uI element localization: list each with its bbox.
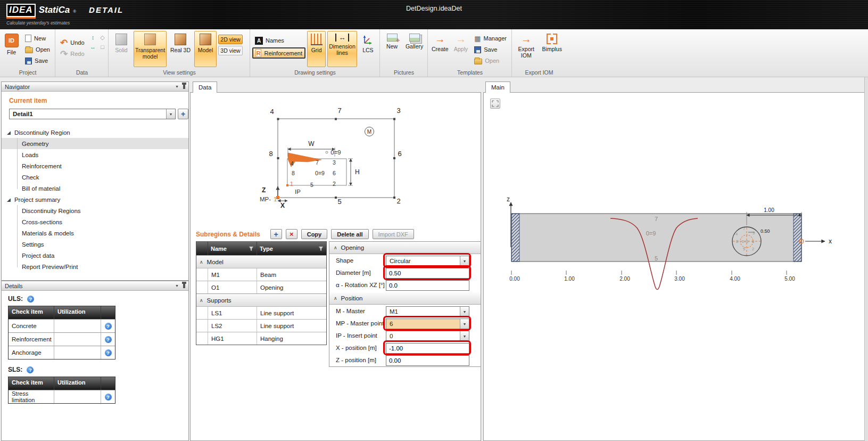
collapse-icon[interactable]: ∧ [334, 245, 337, 250]
transparent-model-button[interactable]: Transparent model [134, 31, 167, 67]
template-open-button[interactable]: Open [472, 55, 509, 66]
tree-item-bill-of-material[interactable]: Bill of material [2, 183, 188, 194]
real-3d-button[interactable]: Real 3D [168, 31, 193, 67]
chevron-down-icon[interactable]: ▼ [460, 331, 469, 341]
node-shape-icon[interactable]: ◇ [98, 33, 107, 42]
tree-item-label: Loads [22, 152, 38, 158]
tree-item-materials-models[interactable]: Materials & models [2, 227, 188, 239]
pin-icon[interactable] [183, 84, 185, 89]
reinforcement-toggle[interactable]: R Reinforcement [252, 47, 305, 59]
table-row-ls1[interactable]: LS1 Line support [196, 306, 326, 319]
help-icon[interactable]: ? [105, 349, 112, 356]
column-type[interactable]: Type [257, 242, 326, 255]
app-logo: IDEA StatiCa ® DETAIL Calculate yesterda… [6, 4, 123, 26]
add-subregion-button[interactable]: + [270, 229, 282, 239]
detail-select[interactable]: Detail1 ▼ [9, 109, 176, 119]
expander-icon[interactable]: ◢ [7, 130, 11, 135]
move-node-horizontal-icon[interactable]: ↔ [89, 43, 97, 51]
column-name[interactable]: Name [208, 242, 257, 255]
table-row-ls2[interactable]: LS2 Line support [196, 319, 326, 332]
tree-item-cross-sections[interactable]: Cross-sections [2, 216, 188, 227]
tree-item-loads[interactable]: Loads [2, 149, 188, 160]
help-icon[interactable]: ? [27, 296, 34, 303]
table-row-o1[interactable]: O1 Opening [196, 281, 326, 293]
x-position-input[interactable] [386, 343, 469, 354]
beam-model-view[interactable]: z 7 0=9 5 7 4 3 8 0=9 6 5 2 0.50 [484, 93, 865, 441]
picture-new-button[interactable]: + New [382, 31, 402, 67]
pin-icon[interactable] [183, 283, 185, 288]
shape-select[interactable]: Circular ▼ [386, 256, 469, 266]
new-button[interactable]: New [22, 33, 53, 44]
grid-toggle[interactable]: Grid [307, 31, 326, 67]
move-node-vertical-icon[interactable]: ↕ [89, 33, 97, 42]
z-position-input[interactable] [386, 355, 469, 366]
panel-collapse-icon[interactable]: ▼ [175, 284, 179, 288]
chevron-down-icon[interactable]: ▼ [460, 307, 469, 316]
template-create-button[interactable]: → Create [430, 31, 450, 67]
table-row-hg1[interactable]: HG1 Hanging [196, 332, 326, 345]
filter-icon[interactable] [318, 246, 324, 251]
template-save-button[interactable]: Save [472, 44, 509, 55]
filter-icon[interactable] [249, 246, 254, 251]
open-button[interactable]: Open [22, 44, 53, 55]
master-select[interactable]: M1 ▼ [386, 306, 469, 317]
bimplus-button[interactable]: Bimplus [540, 31, 565, 67]
export-iom-button[interactable]: → Export IOM [514, 31, 539, 67]
tree-item-discontinuity-regions[interactable]: Discontinuity Regions [2, 205, 188, 216]
wireframe-cube-icon[interactable]: □ [98, 43, 107, 51]
delete-subregion-button[interactable]: × [286, 229, 297, 239]
help-icon[interactable]: ? [105, 323, 112, 330]
tree-node-project-summary[interactable]: ◢ Project summary [2, 194, 188, 205]
tree-item-geometry[interactable]: Geometry [2, 138, 188, 149]
dimension-lines-toggle[interactable]: ↔ Dimension lines [327, 31, 357, 67]
undo-button[interactable]: ↶ Undo [57, 37, 87, 48]
tree-item-report-preview-print[interactable]: Report Preview/Print [2, 261, 188, 272]
file-button[interactable]: ID File [2, 31, 21, 67]
solid-button[interactable]: Solid [111, 31, 132, 67]
help-icon[interactable]: ? [105, 336, 112, 343]
group-position[interactable]: ∧ Position [329, 292, 481, 305]
tree-item-project-data[interactable]: Project data [2, 250, 188, 261]
template-apply-button[interactable]: → Apply [452, 31, 470, 67]
import-dxf-button[interactable]: Import DXF [373, 229, 414, 239]
copy-button[interactable]: Copy [301, 229, 328, 239]
chevron-down-icon[interactable]: ▼ [460, 319, 469, 329]
tree-node-discontinuity-region[interactable]: ◢ Discontinuity Region [2, 127, 188, 138]
group-opening[interactable]: ∧ Opening [329, 242, 481, 254]
model-button[interactable]: Model [194, 31, 217, 67]
circle-point-4: 4 [735, 232, 738, 236]
delete-all-button[interactable]: Delete all [331, 229, 368, 239]
save-button[interactable]: Save [22, 55, 53, 66]
add-detail-button[interactable]: + [178, 109, 188, 119]
expander-icon[interactable]: ◢ [7, 197, 11, 202]
view-3d-button[interactable]: 3D view [218, 46, 243, 55]
collapse-icon[interactable]: ∧ [334, 296, 337, 301]
redo-button[interactable]: ↷ Redo [57, 48, 87, 59]
tab-data[interactable]: Data [193, 81, 217, 93]
tab-main[interactable]: Main [485, 81, 510, 93]
diameter-input[interactable] [386, 268, 469, 279]
table-row-m1[interactable]: M1 Beam [196, 268, 326, 281]
names-toggle[interactable]: A Names [252, 35, 305, 46]
lcs-toggle[interactable]: LCS [359, 31, 377, 67]
master-point-select[interactable]: 6 ▼ [386, 318, 469, 329]
view-2d-button[interactable]: 2D view [218, 35, 243, 44]
tree-item-check[interactable]: Check [2, 172, 188, 183]
scrollbar[interactable] [864, 77, 868, 441]
collapse-icon[interactable]: ∧ [200, 298, 203, 303]
group-row-model[interactable]: ∧ Model [196, 255, 326, 268]
chevron-down-icon[interactable]: ▼ [166, 109, 175, 119]
template-manager-button[interactable]: ▦ Manager [472, 33, 509, 44]
collapse-icon[interactable]: ∧ [200, 259, 203, 265]
tree-item-settings[interactable]: Settings [2, 239, 188, 250]
rotation-input[interactable] [386, 280, 469, 291]
tree-item-reinforcement[interactable]: Reinforcement [2, 160, 188, 172]
insert-point-select[interactable]: 0 ▼ [386, 331, 469, 341]
chevron-down-icon[interactable]: ▼ [460, 256, 469, 266]
group-row-supports[interactable]: ∧ Supports [196, 293, 326, 306]
gallery-button[interactable]: Gallery [403, 31, 425, 67]
help-icon[interactable]: ? [105, 394, 112, 401]
geometry-schematic[interactable]: 4 7 3 8 6 5 2 M W 0=9 H [191, 93, 482, 227]
help-icon[interactable]: ? [27, 366, 34, 373]
panel-collapse-icon[interactable]: ▼ [175, 85, 179, 88]
